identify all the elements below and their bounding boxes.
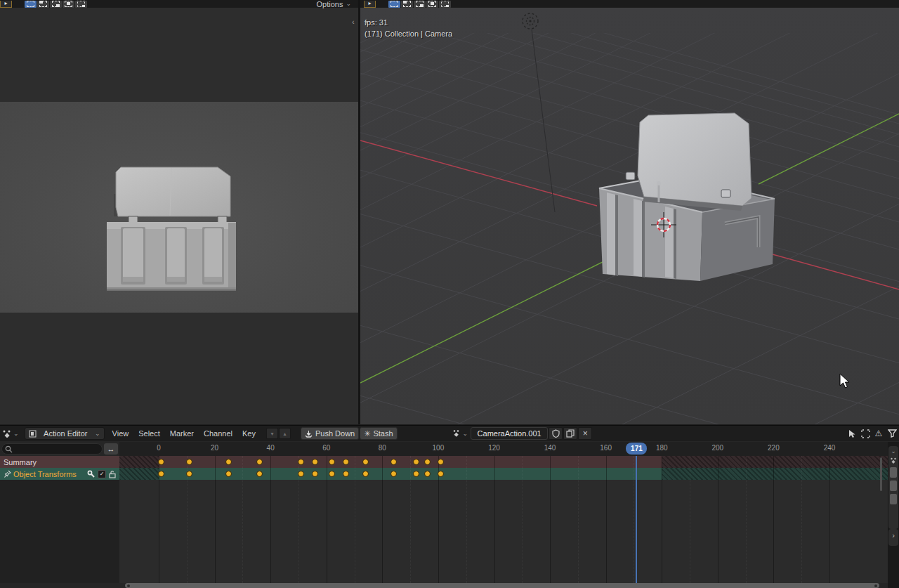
- action-editor-icon: [29, 430, 37, 438]
- unlink-action-button[interactable]: ×: [578, 427, 592, 440]
- select-mode-extend-button[interactable]: [401, 1, 413, 8]
- panel-button[interactable]: [890, 494, 897, 504]
- wrench-icon[interactable]: [87, 470, 96, 478]
- out-of-range-band: [119, 456, 159, 468]
- ruler-tick-label: 140: [539, 444, 560, 452]
- keyframe[interactable]: [391, 459, 397, 465]
- filter-dropdown[interactable]: [886, 428, 898, 439]
- push-down-button[interactable]: Push Down: [301, 427, 359, 440]
- hinge-right: [218, 216, 227, 223]
- show-errors-toggle[interactable]: ⚠: [873, 428, 884, 439]
- select-mode-intersect-button[interactable]: [439, 1, 451, 8]
- keyframe[interactable]: [413, 459, 419, 465]
- new-action-button[interactable]: [563, 427, 577, 440]
- vertical-scrollbar[interactable]: [880, 457, 882, 491]
- keyframe[interactable]: [413, 471, 419, 477]
- editor-mode-label: Action Editor: [44, 429, 87, 438]
- grip-right-icon: ›: [365, 18, 367, 27]
- horizontal-scrollbar[interactable]: [125, 583, 879, 588]
- select-mode-extend-button[interactable]: [37, 1, 49, 8]
- keyframe[interactable]: [256, 471, 263, 477]
- out-of-range-band: [119, 468, 159, 480]
- keyframe[interactable]: [225, 471, 232, 477]
- channel-object-transforms[interactable]: Object Transforms ✓: [0, 468, 119, 480]
- keyframe[interactable]: [362, 471, 369, 477]
- only-selected-toggle[interactable]: [846, 428, 858, 439]
- editor-mode-dropdown[interactable]: Action Editor ⌄: [25, 427, 105, 440]
- menu-channel[interactable]: Channel: [202, 429, 235, 438]
- keyframe[interactable]: [362, 459, 369, 465]
- expand-channels-button[interactable]: ↔: [104, 443, 118, 455]
- ruler-tick-label: 60: [316, 444, 337, 452]
- close-icon: ×: [583, 429, 588, 438]
- right-toolbar-strip: ⌄ ›: [888, 442, 899, 588]
- viewport-camera-view[interactable]: [0, 8, 358, 424]
- keyframe-track-area[interactable]: [119, 456, 888, 583]
- dope-sheet-header: ⌄ Action Editor ⌄ View Select Marker Cha…: [0, 426, 899, 441]
- chevron-down-icon: ⌄: [13, 431, 19, 437]
- channel-enable-checkbox[interactable]: ✓: [98, 470, 106, 478]
- select-mode-subtract-button[interactable]: [50, 1, 62, 8]
- current-frame-line[interactable]: [636, 456, 637, 583]
- chest-model[interactable]: [599, 113, 775, 281]
- keyframe[interactable]: [391, 471, 397, 477]
- channel-search-input[interactable]: [1, 443, 103, 455]
- panel-button[interactable]: [890, 481, 897, 491]
- scrollbar-zoom-handle-left[interactable]: [127, 584, 130, 587]
- stash-button[interactable]: ✳ Stash: [360, 427, 397, 440]
- crate-panels: [121, 227, 224, 285]
- select-mode-set-button[interactable]: [25, 1, 37, 8]
- channel-summary[interactable]: Summary: [0, 456, 119, 468]
- grid-line: [215, 456, 216, 583]
- options-dropdown[interactable]: Options ⌄: [317, 0, 351, 8]
- active-tool-icon[interactable]: ▸: [364, 1, 376, 8]
- scrollbar-zoom-handle-right[interactable]: [874, 584, 877, 587]
- grid-line-minor: [634, 456, 635, 583]
- sidebar-expand-tab[interactable]: ›: [888, 529, 898, 546]
- action-name-field[interactable]: CameraAction.001: [471, 427, 548, 440]
- keyframe[interactable]: [424, 459, 431, 465]
- grid-line-minor: [355, 456, 356, 583]
- pin-icon[interactable]: [4, 470, 11, 478]
- menu-view[interactable]: View: [110, 429, 131, 438]
- layer-down-button[interactable]: ▾: [266, 428, 278, 439]
- editor-type-dropdown[interactable]: ⌄: [2, 429, 19, 438]
- search-icon: [5, 445, 13, 453]
- show-hidden-toggle[interactable]: [860, 428, 871, 439]
- viewport-3d-perspective[interactable]: fps: 31 (171) Collection | Camera: [360, 8, 899, 424]
- frame-corners-icon: [861, 429, 870, 438]
- select-mode-invert-button[interactable]: [426, 1, 438, 8]
- chevron-right-icon: ›: [892, 531, 895, 540]
- panel-button[interactable]: [890, 467, 897, 478]
- select-mode-subtract-button[interactable]: [414, 1, 426, 8]
- crate-lid: [116, 167, 230, 216]
- unlock-icon[interactable]: [108, 470, 117, 478]
- menu-select[interactable]: Select: [136, 429, 162, 438]
- menu-key[interactable]: Key: [240, 429, 258, 438]
- hinge-left: [129, 216, 138, 223]
- select-mode-invert-button[interactable]: [63, 1, 74, 8]
- hinge-right: [721, 190, 730, 197]
- grid-line: [829, 456, 830, 583]
- area-resize-handle[interactable]: ‹ ›: [352, 18, 367, 27]
- fake-user-button[interactable]: [549, 427, 563, 440]
- current-frame-badge[interactable]: 171: [626, 443, 647, 455]
- active-tool-icon[interactable]: ▸: [0, 1, 12, 8]
- menu-marker[interactable]: Marker: [168, 429, 196, 438]
- crate-front-view: [0, 8, 358, 424]
- grid-line-minor: [801, 456, 803, 583]
- layer-up-button[interactable]: ▴: [279, 428, 291, 439]
- action-browse-dropdown[interactable]: ⌄: [450, 429, 471, 438]
- select-mode-set-button[interactable]: [388, 1, 400, 8]
- channel-summary-label: Summary: [4, 458, 37, 466]
- keyframe[interactable]: [424, 471, 431, 477]
- grid-line: [382, 456, 383, 583]
- timeline-ruler[interactable]: 020406080100120140160180200220240171: [119, 442, 888, 456]
- select-mode-intersect-button[interactable]: [75, 1, 87, 8]
- collapsed-panel-top[interactable]: ⌄: [888, 446, 898, 529]
- chest-lid: [638, 113, 752, 206]
- blender-window: { "viewport_left": { "header": { "option…: [0, 0, 899, 588]
- stash-label: Stash: [373, 429, 393, 438]
- keyframe[interactable]: [225, 459, 232, 465]
- keyframe[interactable]: [256, 459, 263, 465]
